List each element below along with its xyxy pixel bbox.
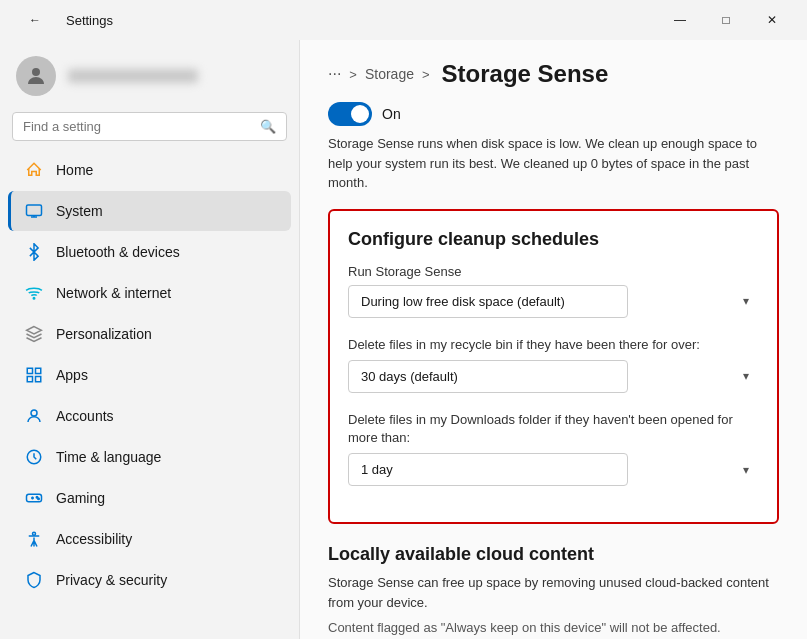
sidebar-item-time-label: Time & language: [56, 449, 161, 465]
close-button[interactable]: ✕: [749, 4, 795, 36]
accounts-icon: [24, 406, 44, 426]
breadcrumb: ··· > Storage > Storage Sense: [328, 60, 779, 88]
main-content: ··· > Storage > Storage Sense On Storage…: [300, 40, 807, 639]
sidebar-item-personalization[interactable]: Personalization: [8, 314, 291, 354]
downloads-select-arrow-icon: ▾: [743, 463, 749, 477]
configure-box: Configure cleanup schedules Run Storage …: [328, 209, 779, 525]
svg-point-7: [31, 410, 37, 416]
network-icon: [24, 283, 44, 303]
run-select-wrap: During low free disk space (default) Eve…: [348, 285, 759, 318]
svg-rect-5: [27, 377, 32, 382]
configure-title: Configure cleanup schedules: [348, 229, 759, 250]
svg-point-2: [33, 298, 35, 300]
sidebar-item-network[interactable]: Network & internet: [8, 273, 291, 313]
privacy-icon: [24, 570, 44, 590]
toggle-label: On: [382, 106, 401, 122]
toggle-thumb: [351, 105, 369, 123]
titlebar-controls: — □ ✕: [657, 4, 795, 36]
sidebar-item-time[interactable]: Time & language: [8, 437, 291, 477]
sidebar-item-accessibility-label: Accessibility: [56, 531, 132, 547]
sidebar-item-accounts-label: Accounts: [56, 408, 114, 424]
svg-point-13: [38, 498, 40, 500]
recycle-select-arrow-icon: ▾: [743, 369, 749, 383]
cloud-section-desc: Storage Sense can free up space by remov…: [328, 573, 779, 612]
sidebar-item-gaming-label: Gaming: [56, 490, 105, 506]
svg-rect-1: [27, 205, 42, 216]
sidebar-item-apps-label: Apps: [56, 367, 88, 383]
svg-rect-6: [36, 377, 41, 382]
svg-rect-4: [36, 368, 41, 373]
titlebar: ← Settings — □ ✕: [0, 0, 807, 40]
time-icon: [24, 447, 44, 467]
titlebar-left: ← Settings: [12, 4, 113, 36]
breadcrumb-sep1: >: [349, 67, 357, 82]
search-input[interactable]: [23, 119, 260, 134]
sidebar-item-system-label: System: [56, 203, 103, 219]
maximize-button[interactable]: □: [703, 4, 749, 36]
run-select-arrow-icon: ▾: [743, 294, 749, 308]
recycle-select-wrap: Never 1 day 14 days 30 days (default) 60…: [348, 360, 759, 393]
sidebar-item-accessibility[interactable]: Accessibility: [8, 519, 291, 559]
sidebar-item-apps[interactable]: Apps: [8, 355, 291, 395]
sidebar-profile: [0, 40, 299, 108]
run-field-label: Run Storage Sense: [348, 264, 759, 279]
minimize-button[interactable]: —: [657, 4, 703, 36]
sidebar-item-bluetooth[interactable]: Bluetooth & devices: [8, 232, 291, 272]
storage-sense-toggle[interactable]: [328, 102, 372, 126]
downloads-field-label: Delete files in my Downloads folder if t…: [348, 411, 759, 447]
search-icon: 🔍: [260, 119, 276, 134]
storage-sense-description: Storage Sense runs when disk space is lo…: [328, 134, 779, 193]
app-body: 🔍 Home System Bl: [0, 40, 807, 639]
sidebar-item-personalization-label: Personalization: [56, 326, 152, 342]
gaming-icon: [24, 488, 44, 508]
sidebar-item-accounts[interactable]: Accounts: [8, 396, 291, 436]
avatar: [16, 56, 56, 96]
sidebar-nav: Home System Bluetooth & devices: [0, 149, 299, 601]
search-box[interactable]: 🔍: [12, 112, 287, 141]
page-title: Storage Sense: [442, 60, 609, 88]
sidebar-item-gaming[interactable]: Gaming: [8, 478, 291, 518]
downloads-select-wrap: Never 1 day 14 days 30 days 60 days ▾: [348, 453, 759, 486]
sidebar-item-network-label: Network & internet: [56, 285, 171, 301]
sidebar-item-privacy-label: Privacy & security: [56, 572, 167, 588]
svg-rect-3: [27, 368, 32, 373]
breadcrumb-storage[interactable]: Storage: [365, 66, 414, 82]
bluetooth-icon: [24, 242, 44, 262]
sidebar-item-privacy[interactable]: Privacy & security: [8, 560, 291, 600]
sidebar-item-bluetooth-label: Bluetooth & devices: [56, 244, 180, 260]
titlebar-title: Settings: [66, 13, 113, 28]
breadcrumb-dots[interactable]: ···: [328, 65, 341, 83]
breadcrumb-sep2: >: [422, 67, 430, 82]
back-button[interactable]: ←: [12, 4, 58, 36]
sidebar-item-home[interactable]: Home: [8, 150, 291, 190]
svg-point-14: [33, 532, 36, 535]
sidebar-item-system[interactable]: System: [8, 191, 291, 231]
recycle-field-label: Delete files in my recycle bin if they h…: [348, 336, 759, 354]
run-storage-sense-select[interactable]: During low free disk space (default) Eve…: [348, 285, 628, 318]
sidebar-item-home-label: Home: [56, 162, 93, 178]
profile-name: [68, 69, 198, 83]
svg-point-0: [32, 68, 40, 76]
downloads-select[interactable]: Never 1 day 14 days 30 days 60 days: [348, 453, 628, 486]
recycle-bin-select[interactable]: Never 1 day 14 days 30 days (default) 60…: [348, 360, 628, 393]
cloud-section-note: Content flagged as "Always keep on this …: [328, 618, 779, 638]
apps-icon: [24, 365, 44, 385]
accessibility-icon: [24, 529, 44, 549]
sidebar: 🔍 Home System Bl: [0, 40, 300, 639]
personalization-icon: [24, 324, 44, 344]
home-icon: [24, 160, 44, 180]
system-icon: [24, 201, 44, 221]
toggle-row: On: [328, 102, 779, 126]
cloud-section-title: Locally available cloud content: [328, 544, 779, 565]
